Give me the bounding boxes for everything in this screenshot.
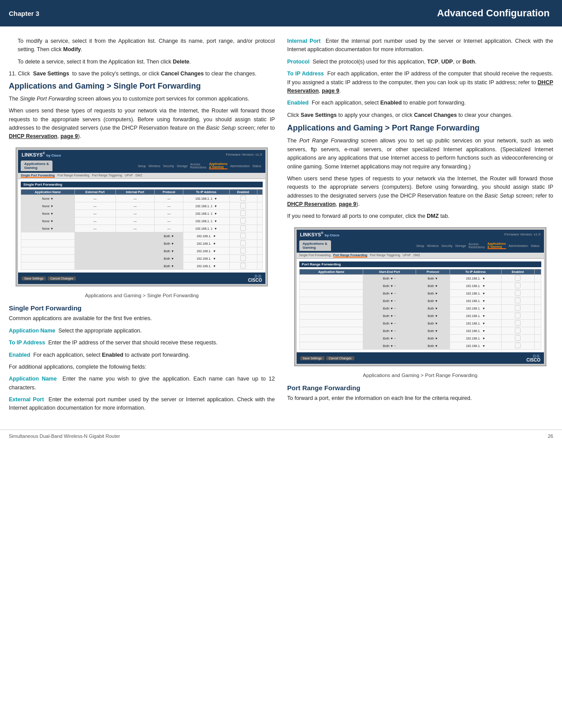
subtab2-4: UPnP <box>403 254 411 258</box>
nav8: Status <box>253 164 261 168</box>
caption1: Applications and Gaming > Single Port Fo… <box>9 293 275 298</box>
col2-toip: To IP Address <box>450 269 501 275</box>
col-intport: Internal Port <box>115 190 155 195</box>
linksys-logo1: LINKSYS® by Cisco <box>22 152 61 157</box>
table-row: Both ▼ ~Both ▼192.168.1. ▼ <box>299 282 541 290</box>
table-subtitle2: Port Range Forwarding <box>299 261 541 267</box>
nav2-6-active: Applications& Gaming <box>488 242 506 249</box>
spf-intro: Common applications are available for th… <box>9 314 275 323</box>
table-row: Both ▼192.168.1. ▼ <box>21 240 263 247</box>
col-appname: Application Name <box>21 190 75 195</box>
section2-heading: Applications and Gaming > Port Range For… <box>287 123 554 133</box>
gaming-tab1: Applications &Gaming <box>21 161 52 171</box>
nav2-1: Setup <box>416 244 424 247</box>
field-appname2: Application Name Enter the name you wish… <box>9 375 275 392</box>
save-btn1[interactable]: Save Settings <box>22 276 46 280</box>
nav2: Wireless <box>149 164 160 168</box>
subtab4: UPnP <box>125 174 133 178</box>
page-title: Advanced Configuration <box>97 0 562 26</box>
nav6-active: Applications& Gaming <box>209 162 227 169</box>
table-row: Both ▼192.168.1. ▼ <box>21 232 263 240</box>
right-column: Internal Port Enter the internal port nu… <box>287 37 554 416</box>
nav2-2: Wireless <box>427 244 439 247</box>
table-row: Both ▼ ~Both ▼192.168.1. ▼ <box>299 275 541 282</box>
screenshot1: LINKSYS® by Cisco Firmware Version: v1.0… <box>15 147 268 287</box>
cisco-logo1: CISCO <box>248 278 262 283</box>
prf-intro: To forward a port, enter the information… <box>287 394 554 403</box>
section2-intro3: If you need to forward all ports to one … <box>287 212 554 220</box>
nav2-8: Status <box>531 244 540 247</box>
field-toip2: To IP Address For each application, ente… <box>287 70 554 95</box>
left-column: To modify a service, select it from the … <box>9 37 275 416</box>
table-row: None ▼———192.168.1. 1 ▼ <box>21 195 263 202</box>
linksys1-footer: Save Settings Cancel Changes |||.|||. CI… <box>18 273 265 284</box>
step11: 11. Click Save Settings to save the poli… <box>9 70 275 78</box>
subtab2-3: Port Range Triggering <box>370 254 400 258</box>
save-btn2[interactable]: Save Settings <box>300 356 324 360</box>
nav3: Security <box>163 164 174 168</box>
col2-startend: Start-End Port <box>363 269 416 275</box>
table-row: Both ▼ ~Both ▼192.168.1. ▼ <box>299 290 541 297</box>
table-row: Both ▼192.168.1. ▼ <box>21 255 263 262</box>
additional-text: For additional applications, complete th… <box>9 363 275 371</box>
intro-block: To modify a service, select it from the … <box>18 37 275 66</box>
delete-para: To delete a service, select it from the … <box>18 58 275 66</box>
field-toip1: To IP Address Enter the IP address of th… <box>9 339 275 347</box>
field-protocol: Protocol Select the protocol(s) used for… <box>287 58 554 66</box>
gaming-tab2: Applications &Gaming <box>299 240 331 251</box>
footer-left: Simultaneous Dual-Band Wireless-N Gigabi… <box>9 433 120 439</box>
subtab2-2-active: Port Range Forwarding <box>333 254 367 258</box>
modify-para: To modify a service, select it from the … <box>18 37 275 54</box>
table-row: Both ▼192.168.1. ▼ <box>21 262 263 270</box>
nav2-5: AccessRestrictions <box>469 243 485 249</box>
save-text: Click Save Settings to apply your change… <box>287 111 554 119</box>
col-extra <box>257 190 263 195</box>
section2-intro2: When users send these types of requests … <box>287 175 554 209</box>
subtab2-1: Single Port Forwarding <box>299 254 331 258</box>
table-row: None ▼———192.168.1. 1 ▼ <box>21 217 263 225</box>
spf-table: Application Name External Port Internal … <box>21 189 263 270</box>
subtab5: DMZ <box>135 174 142 178</box>
nav4: Storage <box>177 164 188 168</box>
prf-table: Application Name Start-End Port Protocol… <box>299 269 541 350</box>
caption2: Applications and Gaming > Port Range For… <box>287 373 554 378</box>
subtab3: Port Range Triggering <box>92 174 122 178</box>
table-row: Both ▼ ~Both ▼192.168.1. ▼ <box>299 305 541 312</box>
section2-intro1: The Port Range Forwarding screen allows … <box>287 137 554 171</box>
nav2-7: Administration <box>509 244 528 247</box>
section1-intro1: The Single Port Forwarding screen allows… <box>9 95 275 103</box>
field-appname1: Application Name Select the appropriate … <box>9 327 275 335</box>
subtab1-active: Single Port Forwarding <box>21 174 55 178</box>
firmware-label: Firmware Version: v1.0 <box>226 153 262 157</box>
field-extport: External Port Enter the external port nu… <box>9 396 275 413</box>
table-row: None ▼———192.168.1. 1 ▼ <box>21 202 263 210</box>
section1-intro2: When users send these types of requests … <box>9 107 275 141</box>
table-row: Both ▼ ~Both ▼192.168.1. ▼ <box>299 297 541 305</box>
col2-appname: Application Name <box>299 269 363 275</box>
col2-protocol: Protocol <box>416 269 450 275</box>
table-row: Both ▼ ~Both ▼192.168.1. ▼ <box>299 335 541 342</box>
chapter-label: Chapter 3 <box>0 0 97 26</box>
section1-heading: Applications and Gaming > Single Port Fo… <box>9 81 275 91</box>
table-row: None ▼———192.168.1. 1 ▼ <box>21 210 263 217</box>
col-enabled: Enabled <box>229 190 257 195</box>
page-header: Chapter 3 Advanced Configuration <box>0 0 562 26</box>
subsection1-heading: Single Port Forwarding <box>9 304 275 312</box>
table-row: Both ▼ ~Both ▼192.168.1. ▼ <box>299 327 541 335</box>
table-row: Both ▼ ~Both ▼192.168.1. ▼ <box>299 312 541 320</box>
nav2-3: Security <box>441 244 452 247</box>
table-subtitle1: Single Port Forwarding <box>21 182 263 187</box>
nav2-4: Storage <box>455 244 466 247</box>
col-protocol: Protocol <box>155 190 183 195</box>
table-row: Both ▼192.168.1. ▼ <box>21 247 263 255</box>
subtab2-5: DMZ <box>413 254 420 258</box>
subsection2-heading: Port Range Forwarding <box>287 384 554 392</box>
chapter-text: Chapter 3 <box>9 10 39 17</box>
firmware-label2: Firmware Version: v1.0 <box>504 232 540 236</box>
cancel-btn2[interactable]: Cancel Changes <box>326 356 354 360</box>
page-body: To modify a service, select it from the … <box>0 26 562 425</box>
table-row: Both ▼ ~Both ▼192.168.1. ▼ <box>299 342 541 350</box>
cancel-btn1[interactable]: Cancel Changes <box>48 276 76 280</box>
nav5: AccessRestrictions <box>190 163 207 169</box>
cisco-bars2: |||.|||. <box>526 354 540 358</box>
